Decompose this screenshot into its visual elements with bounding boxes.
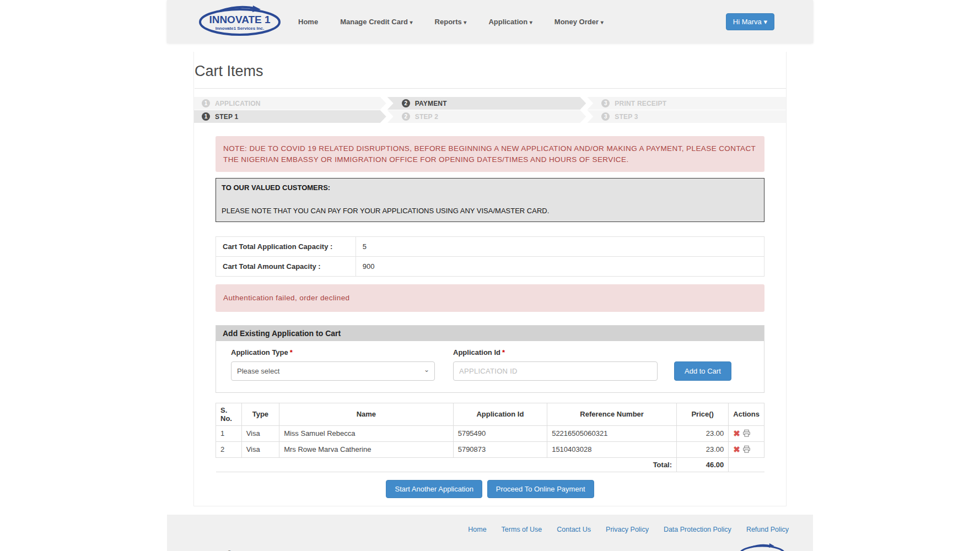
required-asterisk: *: [290, 348, 293, 356]
wizard-step-1[interactable]: 1 STEP 1: [194, 110, 386, 123]
cell-actions: ✖: [729, 441, 764, 457]
step-label: PRINT RECEIPT: [615, 100, 666, 107]
application-type-select[interactable]: Please select: [231, 361, 435, 381]
bottom-actions: Start Another Application Proceed To Onl…: [216, 480, 764, 498]
step-number-badge: 1: [202, 99, 210, 107]
chevron-down-icon: ▾: [410, 19, 413, 25]
total-label: Total:: [216, 457, 677, 472]
print-icon[interactable]: [742, 429, 751, 437]
footer-link-terms[interactable]: Terms of Use: [502, 526, 542, 533]
cell-app-id: 5790873: [453, 441, 547, 457]
step-label: STEP 3: [615, 113, 638, 121]
customers-note-body: PLEASE NOTE THAT YOU CAN PAY FOR YOUR AP…: [222, 207, 758, 215]
main-nav: Home Manage Credit Card ▾ Reports ▾ Appl…: [298, 18, 604, 26]
cell-app-id: 5795490: [453, 425, 547, 441]
wizard-step-payment[interactable]: 2 PAYMENT: [387, 97, 586, 110]
table-row: 1 Visa Miss Samuel Rebecca 5795490 52216…: [216, 425, 764, 441]
step-number-badge: 2: [402, 99, 410, 107]
table-total-row: Total: 46.00: [216, 457, 764, 472]
step-label: PAYMENT: [415, 100, 447, 107]
capacity-value: 5: [356, 237, 764, 257]
wizard-step-2[interactable]: 2 STEP 2: [387, 110, 586, 123]
col-header-sno: S. No.: [216, 403, 242, 425]
step-label: APPLICATION: [215, 100, 261, 107]
chevron-down-icon: ▾: [464, 19, 466, 25]
wizard-steps: 1 APPLICATION 2 PAYMENT 3 PRINT RECEIPT …: [194, 97, 786, 123]
wizard-step-application[interactable]: 1 APPLICATION: [194, 97, 386, 110]
start-another-application-button[interactable]: Start Another Application: [386, 480, 482, 498]
page-title: Cart Items: [195, 63, 786, 89]
table-row: Cart Total Amount Capacity : 900: [216, 257, 764, 277]
cell-sno: 2: [216, 441, 242, 457]
cart-items-panel: Cart Items 1 APPLICATION 2 PAYMENT 3 PRI…: [193, 52, 787, 506]
wizard-step-3[interactable]: 3 STEP 3: [587, 110, 786, 123]
footer-link-refund[interactable]: Refund Policy: [746, 526, 789, 533]
cart-capacity-table: Cart Total Application Capacity : 5 Cart…: [216, 236, 764, 277]
innovate1-footer-logo: INNOVATE 1 Innovate1 Services Inc.: [738, 541, 787, 551]
nav-application[interactable]: Application ▾: [488, 18, 532, 26]
cell-empty: [729, 457, 764, 472]
cell-ref: 52216505060321: [547, 425, 677, 441]
cell-ref: 1510403028: [547, 441, 677, 457]
cell-price: 23.00: [677, 441, 729, 457]
proceed-to-online-payment-button[interactable]: Proceed To Online Payment: [487, 480, 594, 498]
step-number-badge: 1: [202, 112, 210, 121]
wizard-row-sub: 1 STEP 1 2 STEP 2 3 STEP 3: [194, 110, 786, 123]
step-number-badge: 3: [601, 99, 610, 107]
delete-icon[interactable]: ✖: [733, 445, 740, 454]
footer-link-privacy[interactable]: Privacy Policy: [606, 526, 649, 533]
add-existing-section-title: Add Existing Application to Cart: [216, 326, 764, 341]
total-value: 46.00: [677, 457, 729, 472]
error-message-alert: Authentication failed, order declined: [216, 284, 764, 312]
col-header-name: Name: [279, 403, 454, 425]
user-menu-button[interactable]: Hi Marva ▾: [726, 13, 774, 30]
print-icon[interactable]: [742, 445, 751, 453]
nav-manage-credit-card[interactable]: Manage Credit Card ▾: [340, 18, 412, 26]
customers-note-box: TO OUR VALUED CUSTOMERS: PLEASE NOTE THA…: [216, 178, 764, 222]
required-asterisk: *: [502, 348, 505, 356]
col-header-app-id: Application Id: [453, 403, 547, 425]
footer-link-data-protection[interactable]: Data Protection Policy: [664, 526, 731, 533]
step-number-badge: 3: [601, 112, 610, 121]
customers-note-title: TO OUR VALUED CUSTOMERS:: [222, 183, 758, 192]
footer-link-contact[interactable]: Contact Us: [557, 526, 591, 533]
nav-money-order[interactable]: Money Order ▾: [554, 18, 604, 26]
chevron-down-icon: ▾: [530, 19, 532, 25]
footer-link-home[interactable]: Home: [468, 526, 486, 533]
application-id-label: Application Id*: [453, 348, 658, 356]
add-existing-section: Add Existing Application to Cart Applica…: [216, 325, 764, 393]
add-to-cart-button[interactable]: Add to Cart: [674, 361, 731, 381]
wizard-step-print-receipt[interactable]: 3 PRINT RECEIPT: [587, 97, 786, 110]
logo-title: INNOVATE 1: [209, 14, 271, 25]
table-header-row: S. No. Type Name Application Id Referenc…: [216, 403, 764, 425]
capacity-label: Cart Total Application Capacity :: [216, 237, 356, 257]
col-header-type: Type: [241, 403, 279, 425]
col-header-actions: Actions: [729, 403, 764, 425]
add-existing-form: Application Type* Please select ⌄ Applic…: [216, 341, 764, 392]
capacity-label: Cart Total Amount Capacity :: [216, 257, 356, 277]
table-row: Cart Total Application Capacity : 5: [216, 237, 764, 257]
footer-links: Home Terms of Use Contact Us Privacy Pol…: [197, 526, 789, 533]
cell-price: 23.00: [677, 425, 729, 441]
cart-items-table: S. No. Type Name Application Id Referenc…: [216, 403, 764, 472]
step-label: STEP 2: [415, 113, 438, 121]
application-type-label: Application Type*: [231, 348, 435, 356]
delete-icon[interactable]: ✖: [733, 429, 740, 438]
cell-type: Visa: [241, 425, 279, 441]
col-header-price: Price(): [677, 403, 729, 425]
logo-subtitle: Innovate1 Services Inc.: [216, 26, 265, 31]
nav-reports[interactable]: Reports ▾: [435, 18, 467, 26]
wizard-row-main: 1 APPLICATION 2 PAYMENT 3 PRINT RECEIPT: [194, 97, 786, 110]
application-id-input[interactable]: [453, 361, 658, 381]
nav-home[interactable]: Home: [298, 18, 318, 26]
innovate1-logo[interactable]: INNOVATE 1 Innovate1 Services Inc.: [198, 4, 282, 39]
covid-note-alert: NOTE: DUE TO COVID 19 RELATED DISRUPTION…: [216, 136, 764, 172]
step-number-badge: 2: [402, 112, 410, 121]
table-row: 2 Visa Mrs Rowe Marva Catherine 5790873 …: [216, 441, 764, 457]
step-label: STEP 1: [215, 113, 238, 121]
chevron-down-icon: ▾: [601, 19, 604, 25]
cell-name: Miss Samuel Rebecca: [279, 425, 454, 441]
cell-sno: 1: [216, 425, 242, 441]
col-header-ref: Reference Number: [547, 403, 677, 425]
site-header: INNOVATE 1 Innovate1 Services Inc. Home …: [167, 0, 813, 43]
